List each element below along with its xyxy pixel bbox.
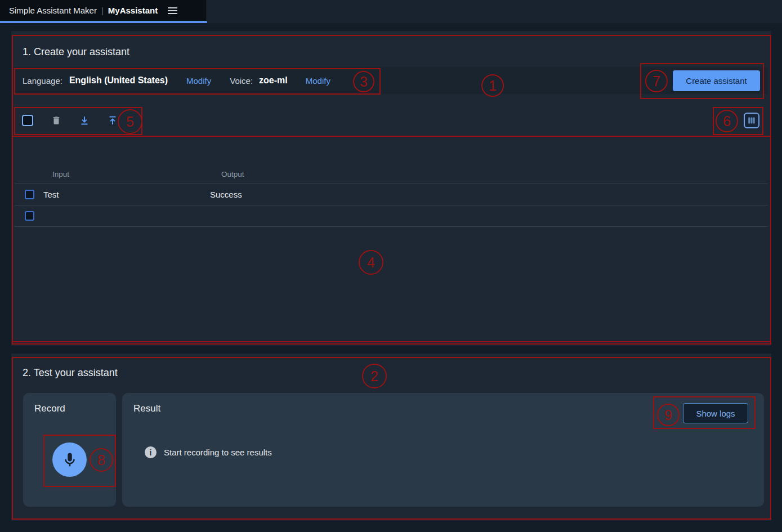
record-title: Record	[34, 403, 65, 414]
io-table: TestSuccess	[15, 184, 768, 227]
table-toolbar	[15, 106, 768, 135]
column-header-output: Output	[221, 170, 244, 178]
app-title: Simple Assistant Maker	[9, 6, 97, 15]
row-checkbox[interactable]	[25, 211, 34, 221]
voice-value: zoe-ml	[259, 75, 288, 86]
result-title: Result	[133, 403, 160, 414]
table-row[interactable]: TestSuccess	[15, 184, 768, 205]
app-tab[interactable]: Simple Assistant Maker | MyAssistant	[0, 0, 207, 23]
columns-icon	[747, 116, 756, 125]
select-all-checkbox[interactable]	[22, 115, 33, 126]
empty-result-text: Start recording to see results	[164, 448, 272, 457]
microphone-icon	[61, 451, 78, 468]
top-bar: Simple Assistant Maker | MyAssistant	[0, 0, 782, 23]
column-header-input: Input	[52, 170, 69, 178]
section2-heading: 2. Test your assistant	[23, 367, 118, 379]
row-checkbox[interactable]	[25, 190, 34, 199]
view-columns-button[interactable]	[744, 113, 759, 128]
trash-icon[interactable]	[51, 115, 61, 126]
create-assistant-button[interactable]: Create assistant	[673, 70, 760, 91]
language-modify-link[interactable]: Modify	[186, 76, 211, 86]
show-logs-button[interactable]: Show logs	[683, 403, 748, 423]
voice-label: Voice:	[230, 76, 253, 86]
download-icon[interactable]	[79, 115, 90, 126]
record-microphone-button[interactable]	[52, 442, 87, 477]
assistant-name: MyAssistant	[108, 6, 158, 15]
title-separator: |	[101, 6, 104, 15]
settings-bar: Language: English (United States) Modify…	[15, 67, 768, 94]
cell-input: Test	[43, 190, 59, 199]
upload-icon[interactable]	[108, 115, 118, 126]
create-assistant-section: 1. Create your assistant Language: Engli…	[11, 31, 771, 346]
table-row[interactable]	[15, 205, 768, 227]
info-icon: i	[145, 446, 157, 458]
language-value: English (United States)	[69, 75, 168, 86]
test-assistant-section: 2. Test your assistant Record Result Sho…	[11, 354, 771, 521]
result-panel: Result Show logs i Start recording to se…	[122, 393, 764, 507]
record-panel: Record	[23, 393, 116, 507]
section1-heading: 1. Create your assistant	[23, 46, 129, 58]
language-label: Language:	[23, 76, 62, 86]
empty-result-message: i Start recording to see results	[145, 446, 272, 458]
voice-modify-link[interactable]: Modify	[306, 76, 330, 86]
hamburger-menu-icon[interactable]	[167, 5, 178, 16]
cell-output: Success	[210, 190, 242, 199]
